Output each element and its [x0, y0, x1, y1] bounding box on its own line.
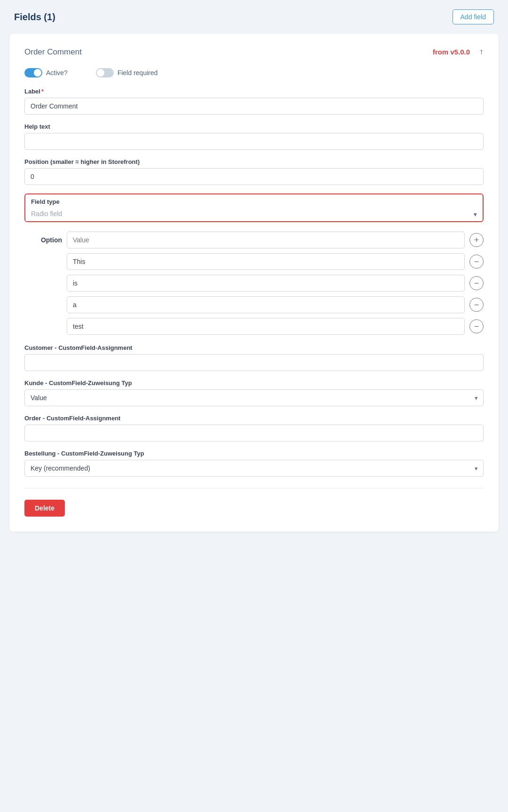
page-header: Fields (1) Add field [9, 9, 499, 24]
remove-option-button-2[interactable]: − [469, 276, 484, 290]
kunde-type-select-wrapper: Value Key (recommended) [24, 389, 484, 406]
add-field-button[interactable]: Add field [453, 9, 494, 24]
help-text-label: Help text [24, 123, 484, 130]
fields-card: Order Comment from v5.0.0 ↑ Active? Fiel… [9, 34, 499, 532]
bestellung-type-select-wrapper: Value Key (recommended) [24, 460, 484, 477]
help-text-group: Help text [24, 123, 484, 150]
option-input-3[interactable] [67, 296, 465, 313]
option-value-placeholder-input[interactable] [67, 232, 465, 248]
collapse-button[interactable]: ↑ [479, 47, 484, 57]
position-group: Position (smaller = higher in Storefront… [24, 158, 484, 185]
label-input[interactable] [24, 98, 484, 115]
required-star: * [41, 88, 44, 95]
option-input-4[interactable] [67, 318, 465, 335]
field-type-select-wrapper: Radio field Text field Textarea Select f… [25, 207, 483, 221]
remove-option-button-1[interactable]: − [469, 255, 484, 269]
delete-button[interactable]: Delete [24, 500, 65, 517]
options-section: Option + − − − − [24, 232, 484, 335]
kunde-type-select[interactable]: Value Key (recommended) [24, 389, 484, 406]
field-type-label: Field type [25, 194, 483, 207]
active-toggle-item: Active? [24, 68, 68, 77]
page-title: Fields (1) [14, 12, 55, 23]
option-row-3: − [29, 296, 484, 313]
remove-option-button-3[interactable]: − [469, 298, 484, 312]
bestellung-type-select[interactable]: Value Key (recommended) [24, 460, 484, 477]
remove-option-button-4[interactable]: − [469, 319, 484, 333]
toggles-row: Active? Field required [24, 68, 484, 77]
customer-assignment-input[interactable] [24, 354, 484, 371]
card-title: Order Comment [24, 47, 82, 57]
field-type-box: Field type Radio field Text field Textar… [24, 193, 484, 222]
option-input-2[interactable] [67, 275, 465, 292]
version-badge: from v5.0.0 [433, 48, 470, 56]
option-row-4: − [29, 318, 484, 335]
field-required-toggle[interactable] [96, 68, 114, 77]
option-header-label: Option [29, 236, 62, 244]
kunde-type-label: Kunde - CustomField-Zuweisung Typ [24, 379, 484, 387]
position-label: Position (smaller = higher in Storefront… [24, 158, 484, 165]
option-header-row: Option + [29, 232, 484, 248]
field-type-select[interactable]: Radio field Text field Textarea Select f… [25, 207, 483, 221]
customer-assignment-group: Customer - CustomField-Assignment [24, 344, 484, 371]
label-group: Label* [24, 88, 484, 115]
option-row-1: − [29, 253, 484, 270]
option-input-1[interactable] [67, 253, 465, 270]
active-toggle-label: Active? [46, 69, 68, 77]
option-row-2: − [29, 275, 484, 292]
required-toggle-item: Field required [96, 68, 158, 77]
bestellung-type-label: Bestellung - CustomField-Zuweisung Typ [24, 450, 484, 457]
card-header: Order Comment from v5.0.0 ↑ [24, 47, 484, 57]
field-type-group: Field type Radio field Text field Textar… [24, 193, 484, 222]
label-field-label: Label* [24, 88, 484, 95]
customer-assignment-label: Customer - CustomField-Assignment [24, 344, 484, 351]
order-assignment-group: Order - CustomField-Assignment [24, 415, 484, 441]
active-toggle[interactable] [24, 68, 42, 77]
order-assignment-label: Order - CustomField-Assignment [24, 415, 484, 422]
divider [24, 488, 484, 488]
help-text-input[interactable] [24, 133, 484, 150]
field-required-label: Field required [117, 69, 158, 77]
order-assignment-input[interactable] [24, 425, 484, 441]
add-option-button[interactable]: + [469, 233, 484, 247]
bestellung-type-group: Bestellung - CustomField-Zuweisung Typ V… [24, 450, 484, 477]
position-input[interactable] [24, 168, 484, 185]
kunde-type-group: Kunde - CustomField-Zuweisung Typ Value … [24, 379, 484, 406]
